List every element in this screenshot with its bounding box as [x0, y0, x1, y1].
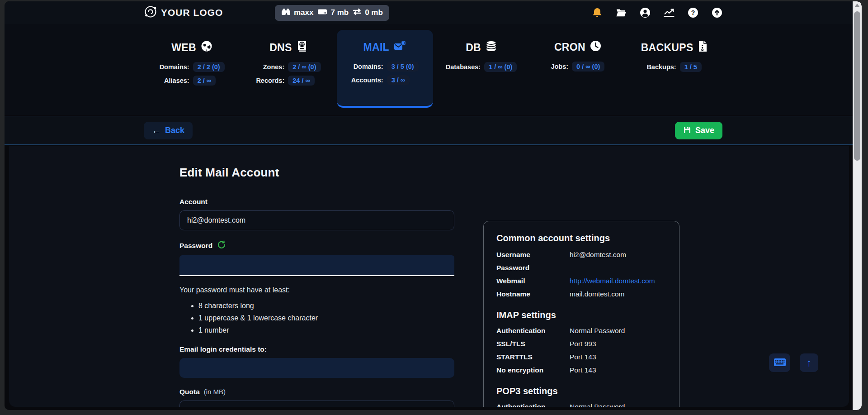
save-button[interactable]: Save — [675, 122, 722, 139]
tab-mail-active[interactable]: MAIL Domains: 3 / 5 (0) Accounts: — [337, 30, 433, 108]
help-icon[interactable]: ? — [688, 7, 698, 18]
tab-db[interactable]: DB Databases: 1 / ∞ (0) — [433, 30, 529, 108]
credentials-input[interactable] — [179, 358, 454, 378]
notifications-bell-icon[interactable] — [592, 7, 603, 18]
browser-viewport: YOUR LOGO maxx — [5, 1, 862, 410]
user-segment: maxx — [281, 8, 313, 18]
stat-label: Aliases: — [164, 77, 189, 84]
binoculars-icon — [281, 8, 291, 18]
database-icon — [486, 40, 497, 55]
setting-label: STARTTLS — [496, 353, 570, 361]
page-title: Edit Mail Account — [179, 166, 454, 180]
setting-label: Password — [496, 264, 570, 272]
setting-label: Webmail — [496, 277, 570, 285]
stat-label: Accounts: — [351, 76, 383, 84]
tab-db-label: DB — [466, 42, 481, 54]
user-name: maxx — [294, 8, 313, 17]
setting-row: SSL/TLS Port 993 — [496, 340, 666, 348]
tab-cron[interactable]: CRON Jobs: 0 / ∞ (0) — [529, 30, 626, 108]
stat-badge: 2 / ∞ — [193, 76, 216, 86]
account-label: Account — [179, 198, 454, 206]
transfer-arrows-icon — [353, 8, 362, 18]
tab-cron-label: CRON — [554, 41, 585, 53]
svg-text:?: ? — [691, 9, 695, 16]
usage-stats-pill: maxx 7 mb — [275, 5, 389, 21]
account-profile-icon[interactable] — [640, 7, 651, 18]
pop3-settings-title: POP3 settings — [496, 386, 666, 396]
setting-label: Authentication — [496, 327, 570, 335]
stat-badge: 0 / ∞ (0) — [572, 62, 604, 72]
common-settings-panel: Common account settings Username hi2@dom… — [483, 221, 679, 407]
scrollbar[interactable] — [853, 1, 862, 410]
top-header: YOUR LOGO maxx — [5, 1, 862, 24]
setting-value — [570, 264, 666, 272]
scrollbar-up-arrow[interactable] — [854, 4, 860, 7]
globe-icon — [201, 40, 212, 55]
transfer-segment: 0 mb — [353, 8, 383, 18]
stat-badge: 2 / ∞ (0) — [288, 62, 321, 72]
statistics-chart-icon[interactable] — [664, 7, 675, 18]
setting-row: Webmail http://webmail.domtest.com — [496, 277, 666, 285]
regenerate-password-icon[interactable] — [217, 240, 226, 251]
setting-label: Authentication — [496, 403, 570, 407]
setting-row: No encryption Port 143 — [496, 366, 666, 374]
tab-backups[interactable]: BACKUPS Backups: 1 / 5 — [626, 30, 722, 108]
logo-icon — [144, 5, 157, 20]
file-manager-folder-icon[interactable] — [616, 7, 627, 18]
stat-badge: 3 / 5 (0) — [387, 62, 419, 72]
setting-value: Normal Password — [570, 327, 666, 335]
setting-label: Username — [496, 251, 570, 259]
logout-upload-icon[interactable] — [712, 7, 722, 18]
setting-row: STARTTLS Port 143 — [496, 353, 666, 361]
setting-value: Port 993 — [570, 340, 666, 348]
imap-settings-title: IMAP settings — [496, 310, 666, 320]
stat-badge: 1 / ∞ (0) — [484, 62, 517, 72]
stat-label: Databases: — [446, 63, 481, 71]
arrow-up-icon: ↑ — [807, 357, 811, 369]
back-button-label: Back — [165, 126, 184, 135]
stat-label: Backups: — [646, 63, 676, 71]
setting-value: mail.domtest.com — [570, 290, 666, 298]
setting-label: No encryption — [496, 366, 570, 374]
stat-badge: 2 / 2 (0) — [193, 62, 225, 72]
mail-envelope-icon — [394, 40, 406, 54]
webmail-link[interactable]: http://webmail.domtest.com — [570, 277, 666, 285]
transfer-usage: 0 mb — [365, 8, 383, 17]
password-hint: Your password must have at least: — [179, 286, 454, 294]
disk-segment: 7 mb — [317, 8, 349, 18]
password-input[interactable] — [179, 255, 454, 276]
scrollbar-thumb[interactable] — [854, 11, 860, 161]
password-rule: 1 uppercase & 1 lowercase character — [198, 312, 454, 324]
account-input[interactable] — [179, 210, 454, 230]
scroll-to-top-button[interactable]: ↑ — [800, 353, 818, 372]
tab-dns[interactable]: DNS Zones: 2 / ∞ (0) Records: — [240, 30, 336, 108]
setting-row: Hostname mail.domtest.com — [496, 290, 666, 298]
floppy-disk-icon — [683, 126, 691, 135]
stat-label: Records: — [256, 77, 284, 84]
stat-label: Domains: — [354, 63, 383, 70]
back-button[interactable]: ← Back — [144, 122, 193, 139]
password-rule: 1 number — [198, 324, 454, 336]
panel-title: Common account settings — [496, 233, 666, 243]
virtual-keyboard-button[interactable] — [769, 353, 790, 372]
clock-icon — [590, 40, 601, 54]
infinity-toggle-icon[interactable]: ∞ — [440, 405, 447, 407]
setting-row: Username hi2@domtest.com — [496, 251, 666, 259]
quota-unit-label: (in MB) — [204, 388, 226, 396]
tab-backups-label: BACKUPS — [641, 42, 693, 54]
tab-web[interactable]: WEB Domains: 2 / 2 (0) Aliases: 2 / ∞ — [144, 30, 240, 108]
service-nav: WEB Domains: 2 / 2 (0) Aliases: 2 / ∞ — [5, 24, 862, 116]
tab-mail-label: MAIL — [363, 41, 389, 53]
stat-badge: 3 / ∞ — [387, 75, 410, 85]
credentials-label: Email login credentials to: — [179, 345, 454, 353]
logo[interactable]: YOUR LOGO — [144, 5, 275, 20]
setting-label: Hostname — [496, 290, 570, 298]
back-arrow-icon: ← — [152, 126, 161, 135]
setting-row: Authentication Normal Password — [496, 403, 666, 407]
logo-text: YOUR LOGO — [161, 7, 223, 18]
stat-badge: 1 / 5 — [680, 62, 702, 72]
quota-input[interactable] — [179, 401, 454, 407]
stat-label: Zones: — [263, 63, 285, 71]
disk-usage: 7 mb — [330, 8, 349, 17]
stat-label: Domains: — [160, 63, 189, 71]
